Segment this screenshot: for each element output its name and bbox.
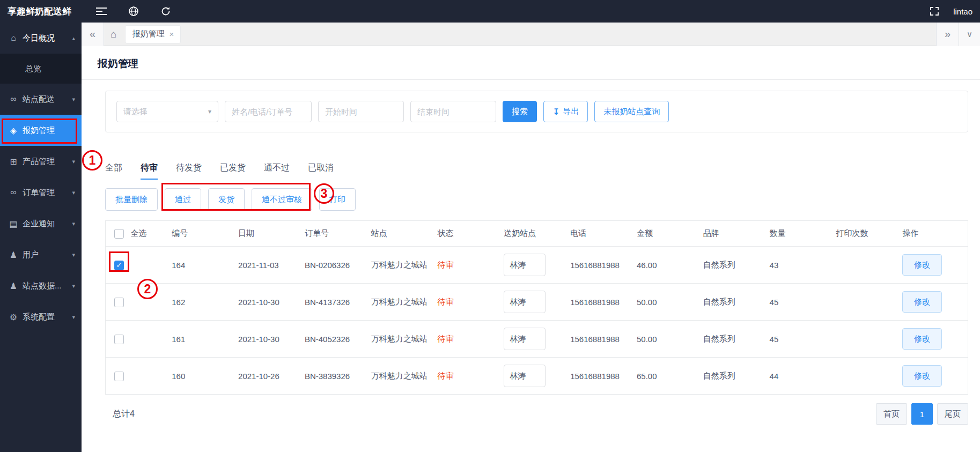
- batch-delete-button[interactable]: 批量删除: [105, 188, 158, 211]
- chevron-down-icon: ▾: [72, 314, 75, 321]
- cell-print-count: [831, 321, 898, 358]
- cell-checkbox: [106, 284, 168, 321]
- chevron-down-icon: ▾: [72, 251, 75, 258]
- tab-rejected[interactable]: 通不过: [264, 162, 290, 180]
- cell-brand: 自然系列: [699, 321, 765, 358]
- select-all-checkbox[interactable]: [114, 229, 124, 239]
- delivery-site-field[interactable]: 林涛: [504, 254, 546, 276]
- edit-button[interactable]: 修改: [902, 365, 942, 387]
- select-all-label: 全选: [130, 228, 146, 238]
- header-site: 站点: [367, 221, 433, 247]
- scroll-tabs-right-button[interactable]: »: [936, 23, 959, 46]
- page-title: 报奶管理: [98, 46, 968, 71]
- table-row: 162 2021-10-30 BN-4137326 万科魅力之城站 待审 林涛 …: [106, 284, 968, 321]
- username[interactable]: lintao: [953, 7, 972, 16]
- select-placeholder: 请选择: [123, 107, 148, 117]
- start-time-input[interactable]: [318, 101, 404, 122]
- edit-button[interactable]: 修改: [902, 254, 942, 276]
- sidebar-item-overview[interactable]: 总览: [0, 54, 82, 84]
- tab-all[interactable]: 全部: [105, 162, 122, 180]
- header-date: 日期: [234, 221, 300, 247]
- annotation-box-sidebar-milk-report: [2, 118, 77, 144]
- chevron-up-icon: ▴: [72, 35, 75, 42]
- cell-date: 2021-10-30: [234, 321, 300, 358]
- collapse-menu-icon[interactable]: [95, 5, 107, 17]
- cell-print-count: [831, 247, 898, 284]
- unreported-sites-button[interactable]: 未报奶站点查询: [594, 101, 669, 122]
- sidebar-item-product-mgmt[interactable]: ⊞ 产品管理 ▾: [0, 146, 82, 177]
- open-tab-milk-report[interactable]: 报奶管理 ×: [125, 25, 181, 43]
- topbar-right: lintao: [929, 5, 980, 17]
- cell-id: 162: [167, 284, 234, 321]
- sidebar-item-company-notice[interactable]: ▤ 企业通知 ▾: [0, 208, 82, 239]
- annotation-box-action-buttons: [161, 183, 311, 211]
- order-icon: ∞: [8, 188, 19, 197]
- orders-table: 全选 编号 日期 订单号 站点 状态 送奶站点 电话 金额 品牌 数量 打印次数…: [105, 220, 968, 395]
- edit-button[interactable]: 修改: [902, 328, 942, 350]
- app-title: 享趣鲜奶配送鲜: [0, 5, 82, 18]
- cell-delivery-site: 林涛: [499, 247, 566, 284]
- status-select[interactable]: 请选择 ▾: [116, 101, 218, 122]
- annotation-step-3: 3: [314, 183, 334, 204]
- cell-id: 160: [167, 358, 234, 395]
- header-order-no: 订单号: [300, 221, 367, 247]
- sidebar-item-site-delivery[interactable]: ∞ 站点配送 ▾: [0, 84, 82, 115]
- row-checkbox[interactable]: [114, 372, 124, 381]
- tab-cancelled[interactable]: 已取消: [308, 162, 334, 180]
- sidebar: ⌂ 今日概况 ▴ 总览 ∞ 站点配送 ▾ ◈ 报奶管理 ⊞ 产品管理 ▾ ∞ 订…: [0, 23, 82, 452]
- refresh-icon[interactable]: [160, 5, 172, 17]
- table-row: 161 2021-10-30 BN-4052326 万科魅力之城站 待审 林涛 …: [106, 321, 968, 358]
- delivery-site-field[interactable]: 林涛: [504, 365, 546, 387]
- chevron-down-icon: ▾: [72, 96, 75, 103]
- cell-amount: 50.00: [632, 321, 699, 358]
- sidebar-item-today-overview[interactable]: ⌂ 今日概况 ▴: [0, 23, 82, 54]
- search-button[interactable]: 搜索: [503, 101, 537, 122]
- keyword-input[interactable]: [225, 101, 312, 122]
- row-checkbox[interactable]: [114, 298, 124, 307]
- home-tab-icon[interactable]: ⌂: [110, 28, 116, 40]
- delivery-site-field[interactable]: 林涛: [504, 291, 546, 313]
- cell-order-no: BN-3839326: [300, 358, 367, 395]
- cell-phone: 15616881988: [566, 321, 632, 358]
- gear-icon: ⚙: [8, 312, 19, 322]
- tab-pending-ship[interactable]: 待发货: [176, 162, 202, 180]
- header-status: 状态: [433, 221, 500, 247]
- close-icon[interactable]: ×: [169, 29, 174, 39]
- globe-icon[interactable]: [128, 5, 139, 17]
- sidebar-item-order-mgmt[interactable]: ∞ 订单管理 ▾: [0, 177, 82, 208]
- table-row: 160 2021-10-26 BN-3839326 万科魅力之城站 待审 林涛 …: [106, 358, 968, 395]
- delivery-site-field[interactable]: 林涛: [504, 328, 546, 350]
- end-time-input[interactable]: [410, 101, 496, 122]
- cell-id: 164: [167, 247, 234, 284]
- home-icon: ⌂: [8, 33, 19, 43]
- tabbar-right-controls: » ∨: [936, 23, 980, 46]
- tab-pending-review[interactable]: 待审: [141, 162, 158, 180]
- scroll-tabs-left-button[interactable]: «: [82, 23, 104, 46]
- cell-brand: 自然系列: [699, 247, 765, 284]
- annotation-box-row-checkbox: [109, 251, 129, 272]
- tab-shipped[interactable]: 已发货: [220, 162, 246, 180]
- tab-label: 报奶管理: [132, 29, 164, 39]
- sidebar-item-users[interactable]: ♟ 用户 ▾: [0, 239, 82, 270]
- edit-button[interactable]: 修改: [902, 291, 942, 313]
- page-1-button[interactable]: 1: [911, 403, 933, 425]
- row-checkbox[interactable]: [114, 335, 124, 344]
- cell-date: 2021-10-26: [234, 358, 300, 395]
- cell-order-no: BN-4137326: [300, 284, 367, 321]
- cell-phone: 15616881988: [566, 284, 632, 321]
- chevron-down-icon: ▾: [208, 108, 211, 115]
- export-button-label: 导出: [563, 107, 579, 117]
- sidebar-item-site-data[interactable]: ♟ 站点数据... ▾: [0, 270, 82, 301]
- sidebar-item-system-config[interactable]: ⚙ 系统配置 ▾: [0, 301, 82, 332]
- chevron-down-icon: ▾: [72, 220, 75, 227]
- table-footer: 总计4 首页 1 尾页: [105, 403, 968, 425]
- last-page-button[interactable]: 尾页: [937, 403, 968, 425]
- cell-actions: 修改: [898, 284, 968, 321]
- tabs-menu-dropdown[interactable]: ∨: [959, 23, 980, 46]
- product-icon: ⊞: [8, 157, 19, 167]
- export-button[interactable]: ↧ 导出: [543, 101, 588, 122]
- first-page-button[interactable]: 首页: [876, 403, 907, 425]
- header-amount: 金额: [632, 221, 699, 247]
- sidebar-item-label: 今日概况: [23, 33, 55, 43]
- fullscreen-icon[interactable]: [929, 5, 940, 17]
